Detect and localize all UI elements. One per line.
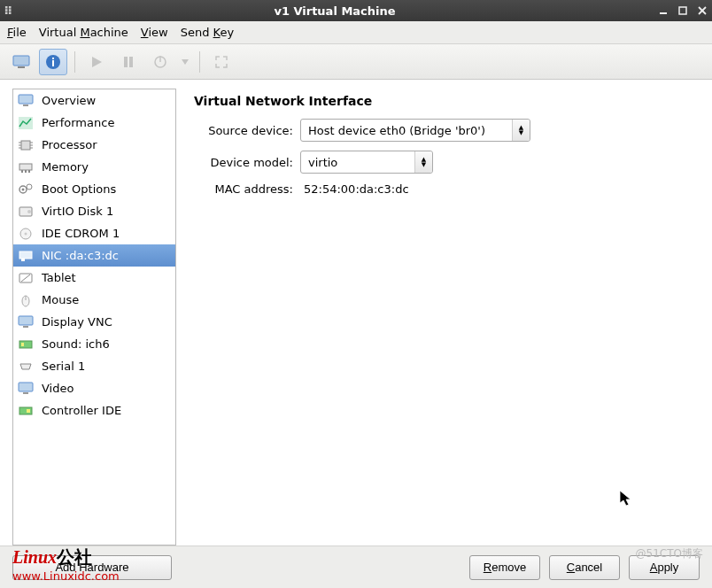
svg-rect-26	[21, 170, 23, 173]
sidebar-item-processor[interactable]: Processor	[13, 134, 175, 156]
sidebar-item-label: Serial 1	[42, 360, 85, 373]
video-icon	[17, 381, 35, 397]
svg-point-30	[22, 188, 25, 190]
close-button[interactable]	[693, 2, 712, 19]
menu-file[interactable]: File	[7, 26, 27, 39]
sidebar-item-label: NIC :da:c3:dc	[42, 249, 119, 262]
remove-button[interactable]: Remove	[469, 555, 540, 580]
sound-icon	[17, 337, 35, 352]
sidebar-item-label: Memory	[42, 160, 89, 174]
svg-marker-14	[182, 59, 189, 65]
cdrom-icon	[17, 226, 35, 242]
sidebar-item-boot-options[interactable]: Boot Options	[13, 178, 175, 200]
svg-rect-45	[21, 343, 24, 346]
source-device-value: Host device eth0 (Bridge 'br0')	[301, 124, 492, 137]
source-device-combo[interactable]: Host device eth0 (Bridge 'br0') ▲▼	[300, 119, 530, 142]
sidebar-item-tablet[interactable]: Tablet	[13, 267, 175, 289]
svg-rect-11	[129, 57, 133, 67]
svg-rect-46	[19, 383, 33, 391]
svg-rect-47	[23, 392, 28, 394]
sidebar-item-disk[interactable]: VirtIO Disk 1	[13, 200, 175, 222]
svg-rect-42	[19, 316, 33, 325]
svg-rect-16	[23, 104, 28, 106]
svg-rect-49	[27, 409, 30, 413]
hardware-sidebar[interactable]: Overview Performance Processor Memory Bo…	[12, 89, 176, 545]
sidebar-item-label: Controller IDE	[42, 404, 121, 417]
svg-rect-0	[660, 12, 667, 14]
nic-icon	[17, 248, 35, 264]
footer-bar: Add Hardware Remove Cancel Apply	[0, 545, 712, 588]
sidebar-item-memory[interactable]: Memory	[13, 156, 175, 178]
mac-address-value: 52:54:00:da:c3:dc	[300, 182, 413, 196]
device-model-combo[interactable]: virtio ▲▼	[300, 151, 433, 174]
run-button[interactable]	[82, 49, 111, 75]
svg-rect-25	[19, 164, 32, 170]
power-button[interactable]	[146, 49, 174, 75]
svg-rect-7	[52, 58, 54, 59]
svg-rect-27	[25, 170, 27, 173]
sidebar-item-label: IDE CDROM 1	[42, 227, 120, 240]
sidebar-item-nic[interactable]: NIC :da:c3:dc	[13, 244, 175, 267]
mouse-icon	[17, 292, 35, 308]
svg-marker-9	[92, 57, 102, 67]
sidebar-item-sound[interactable]: Sound: ich6	[13, 333, 175, 355]
console-view-button[interactable]	[7, 49, 35, 75]
add-hardware-button[interactable]: Add Hardware	[12, 555, 172, 580]
svg-point-31	[27, 184, 32, 190]
sidebar-item-label: Overview	[42, 94, 96, 107]
svg-rect-15	[19, 95, 33, 104]
row-mac-address: MAC address: 52:54:00:da:c3:dc	[194, 182, 694, 196]
sidebar-item-label: Processor	[42, 138, 97, 151]
sidebar-item-overview[interactable]: Overview	[13, 89, 175, 112]
minimize-button[interactable]	[654, 2, 673, 19]
maximize-button[interactable]	[673, 2, 693, 19]
pause-button[interactable]	[114, 49, 143, 75]
monitor-icon	[17, 93, 35, 109]
svg-rect-5	[18, 66, 25, 68]
sidebar-item-controller[interactable]: Controller IDE	[13, 399, 175, 422]
device-model-label: Device model:	[194, 156, 300, 169]
sidebar-item-label: Sound: ich6	[42, 337, 110, 351]
sidebar-item-label: Tablet	[42, 271, 76, 284]
menu-send-key[interactable]: Send Key	[181, 26, 234, 39]
svg-rect-37	[21, 259, 25, 261]
svg-rect-1	[679, 7, 686, 14]
menubar: File Virtual Machine View Send Key	[0, 21, 712, 44]
fullscreen-button[interactable]	[207, 49, 236, 75]
menu-view[interactable]: View	[141, 26, 168, 39]
chart-icon	[17, 115, 35, 131]
svg-point-33	[27, 210, 31, 213]
sidebar-item-label: Display VNC	[42, 315, 112, 329]
menu-virtual-machine[interactable]: Virtual Machine	[39, 26, 128, 39]
toolbar	[0, 44, 712, 80]
row-source-device: Source device: Host device eth0 (Bridge …	[194, 119, 694, 142]
svg-rect-8	[52, 60, 54, 66]
sidebar-item-performance[interactable]: Performance	[13, 112, 175, 134]
sidebar-item-label: Performance	[42, 116, 114, 129]
titlebar: ⠿ v1 Virtual Machine	[0, 0, 712, 21]
chevron-updown-icon: ▲▼	[414, 151, 432, 173]
cpu-icon	[17, 137, 35, 153]
sidebar-item-cdrom[interactable]: IDE CDROM 1	[13, 222, 175, 244]
disk-icon	[17, 204, 35, 220]
apply-button[interactable]: Apply	[629, 555, 700, 580]
mac-address-label: MAC address:	[194, 182, 300, 196]
svg-rect-4	[13, 56, 29, 66]
device-model-value: virtio	[301, 156, 344, 169]
gear-icon	[17, 182, 35, 197]
sidebar-item-serial[interactable]: Serial 1	[13, 355, 175, 377]
svg-rect-18	[21, 141, 30, 150]
power-menu-dropdown[interactable]	[178, 49, 192, 75]
sidebar-item-label: VirtIO Disk 1	[42, 205, 113, 218]
sidebar-item-label: Video	[42, 382, 74, 395]
sidebar-item-mouse[interactable]: Mouse	[13, 289, 175, 311]
panel-heading: Virtual Network Interface	[194, 94, 694, 108]
toolbar-separator	[199, 51, 200, 73]
sidebar-item-display[interactable]: Display VNC	[13, 311, 175, 333]
sidebar-item-video[interactable]: Video	[13, 377, 175, 399]
tablet-icon	[17, 270, 35, 286]
memory-icon	[17, 159, 35, 175]
cancel-button[interactable]: Cancel	[549, 555, 620, 580]
details-view-button[interactable]	[39, 49, 67, 75]
content-area: Overview Performance Processor Memory Bo…	[0, 80, 712, 545]
